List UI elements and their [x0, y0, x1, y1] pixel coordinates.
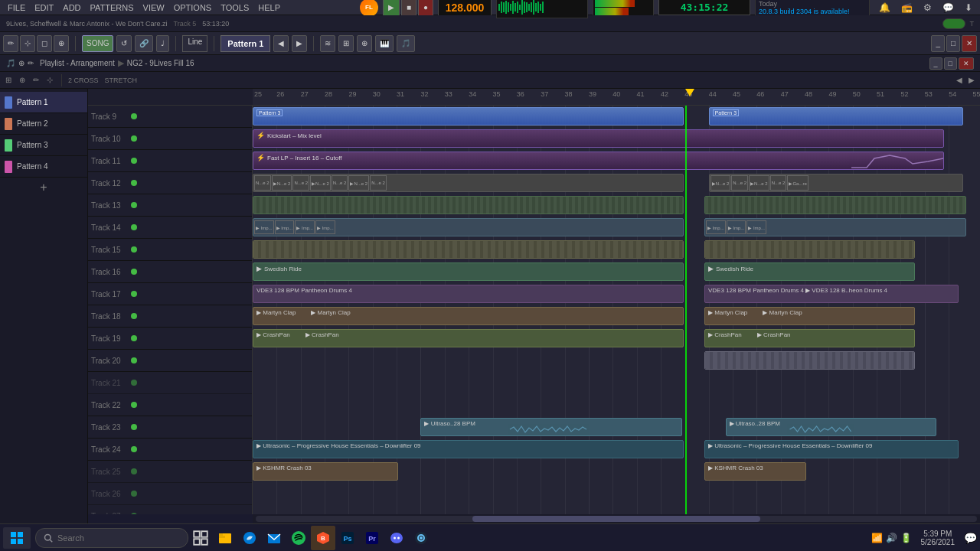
- pattern-item-3[interactable]: Pattern 3: [0, 135, 87, 156]
- taskbar-search-bar[interactable]: [35, 528, 188, 548]
- track-dot-25[interactable]: [131, 468, 137, 474]
- clip-track18-2[interactable]: ▶ Martyn Clap ▶ Martyn Clap: [704, 307, 916, 325]
- clip-track13-1[interactable]: [253, 196, 684, 214]
- clip-track11-1[interactable]: ⚡ Fast LP – Insert 16 – Cutoff: [253, 152, 944, 170]
- menu-edit[interactable]: EDIT: [30, 3, 58, 12]
- clip-track17-2[interactable]: VDE3 128 BPM Pantheon Drums 4 ▶ VDE3 128…: [704, 285, 959, 303]
- pattern-item-1[interactable]: Pattern 1: [0, 92, 87, 113]
- clip-track23-2[interactable]: ▶ Ultrasonic – Progressive House Essenti…: [704, 440, 959, 458]
- clip-track9-1[interactable]: Pattern 3: [253, 107, 684, 126]
- add-pattern-button[interactable]: +: [0, 178, 87, 197]
- track-dot-16[interactable]: [131, 269, 137, 275]
- taskbar-discord-icon[interactable]: [384, 526, 409, 550]
- clip-track24-2[interactable]: ▶ KSHMR Crash 03: [704, 462, 806, 481]
- menu-view[interactable]: VIEW: [139, 3, 169, 12]
- tray-volume-icon[interactable]: 🔊: [886, 533, 897, 543]
- mini-btn-4[interactable]: ⊹: [44, 75, 55, 85]
- clip-track10-1[interactable]: ⚡ Kickstart – Mix level: [253, 129, 944, 148]
- track-dot-15[interactable]: [131, 246, 137, 253]
- menu-file[interactable]: FILE: [3, 3, 30, 12]
- task-view-icon[interactable]: [188, 526, 213, 550]
- browser-btn[interactable]: 🎵: [397, 35, 415, 52]
- taskbar-time[interactable]: 5:39 PM 5/26/2021: [915, 530, 962, 546]
- taskbar-explorer-icon[interactable]: [213, 526, 237, 550]
- tray-notification-icon[interactable]: 💬: [964, 532, 977, 544]
- track-dot-17[interactable]: [131, 291, 137, 297]
- pattern-prev-btn[interactable]: ◀: [273, 35, 289, 52]
- stop-button[interactable]: ■: [401, 0, 416, 17]
- close-fl-btn[interactable]: ✕: [962, 35, 977, 52]
- playlist-maximize-btn[interactable]: □: [944, 57, 957, 70]
- h-scrollbar-thumb[interactable]: [472, 516, 761, 522]
- taskbar-ps-icon[interactable]: Ps: [335, 526, 360, 550]
- clip-track12-2[interactable]: ▶N...e 2 N...e 2 ▶N...e 2 N...e 2 ▶Ga...…: [709, 174, 964, 192]
- taskbar-steam-icon[interactable]: [409, 526, 433, 550]
- clip-track23-1[interactable]: ▶ Ultrasonic – Progressive House Essenti…: [253, 440, 684, 458]
- tray-network-icon[interactable]: 📶: [871, 533, 883, 543]
- track-dot-19[interactable]: [131, 335, 137, 341]
- zoom-tool[interactable]: ⊕: [54, 35, 69, 52]
- clip-track9-2[interactable]: Pattern 3: [709, 107, 964, 126]
- clip-track22-2[interactable]: ▶ Ultraso..28 BPM: [726, 418, 937, 436]
- taskbar-edge-icon[interactable]: [237, 526, 262, 550]
- mini-scroll-left[interactable]: ◀: [954, 75, 965, 85]
- clip-track24-1[interactable]: ▶ KSHMR Crash 03: [253, 462, 398, 481]
- taskbar-mail-icon[interactable]: [262, 526, 286, 550]
- clip-track15-2[interactable]: [704, 240, 916, 259]
- select-tool[interactable]: ⊹: [20, 35, 35, 52]
- pattern-item-2[interactable]: Pattern 2: [0, 113, 87, 135]
- mixer2-btn[interactable]: ⊞: [338, 35, 354, 52]
- track-dot-23[interactable]: [131, 424, 137, 430]
- menu-tools[interactable]: TOOLS: [216, 3, 253, 12]
- track-dot-27[interactable]: [131, 513, 137, 514]
- record-button[interactable]: ●: [418, 0, 433, 17]
- track-dot-24[interactable]: [131, 446, 137, 452]
- mini-btn-2[interactable]: ⊕: [17, 75, 28, 85]
- taskbar-premiere-icon[interactable]: Pr: [360, 526, 384, 550]
- menu-help[interactable]: HELP: [253, 3, 285, 12]
- track-dot-14[interactable]: [131, 224, 137, 230]
- erase-tool[interactable]: ◻: [37, 35, 52, 52]
- clips-panel[interactable]: Pattern 3 Pattern 3 ⚡ Kickstart – Mix le: [253, 106, 980, 514]
- clip-track13-2[interactable]: [704, 196, 966, 214]
- clip-track22-1[interactable]: ▶ Ultraso..28 BPM: [420, 418, 682, 436]
- menu-add[interactable]: ADD: [58, 3, 85, 12]
- track-dot-21[interactable]: [131, 380, 137, 386]
- play-button[interactable]: ▶: [383, 0, 400, 17]
- clip-track14-2[interactable]: ▶ Imp... ▶ Imp... ▶ Imp...: [704, 218, 966, 236]
- mixer-btn[interactable]: ≋: [320, 35, 335, 52]
- clip-track17-1[interactable]: VDE3 128 BPM Pantheon Drums 4: [253, 285, 684, 303]
- clip-track15-1[interactable]: [253, 240, 684, 259]
- maximize-fl-btn[interactable]: □: [946, 35, 960, 52]
- clip-track16-1[interactable]: ▶ Swedish Ride: [253, 262, 684, 281]
- track-dot-26[interactable]: [131, 491, 137, 497]
- clip-track16-2[interactable]: ▶ Swedish Ride: [704, 262, 916, 281]
- mini-scroll-right[interactable]: ▶: [966, 75, 977, 85]
- playlist-minimize-btn[interactable]: _: [929, 57, 942, 70]
- menu-options[interactable]: OPTIONS: [169, 3, 217, 12]
- pattern-item-4[interactable]: Pattern 4: [0, 156, 87, 178]
- clip-track19-1[interactable]: ▶ CrashPan ▶ CrashPan: [253, 329, 684, 347]
- track-dot-22[interactable]: [131, 402, 137, 408]
- track-dot-18[interactable]: [131, 313, 137, 319]
- song-mode-btn[interactable]: SONG: [82, 35, 113, 52]
- track-dot-9[interactable]: [131, 113, 137, 119]
- menu-patterns[interactable]: PATTERNS: [86, 3, 139, 12]
- track-dot-13[interactable]: [131, 202, 137, 208]
- pattern-next-btn[interactable]: ▶: [292, 35, 307, 52]
- clip-track20-1[interactable]: [704, 351, 916, 370]
- taskbar-spotify-icon[interactable]: [286, 526, 311, 550]
- h-scrollbar-track[interactable]: [256, 516, 977, 522]
- track-dot-11[interactable]: [131, 158, 137, 164]
- plugin-btn[interactable]: ⊕: [357, 35, 372, 52]
- taskbar-brave-icon[interactable]: B: [311, 526, 335, 550]
- mini-btn-3[interactable]: ✏: [31, 75, 41, 85]
- playlist-close-btn[interactable]: ✕: [959, 57, 974, 70]
- clip-track12-1[interactable]: N...e 2 ▶N...e 2 N...e 2 ▶N...e 2 N...e …: [253, 174, 684, 192]
- bpm-display[interactable]: 128.000: [438, 0, 492, 16]
- draw-tool[interactable]: ✏: [3, 35, 18, 52]
- minimize-fl-btn[interactable]: _: [931, 35, 945, 52]
- clip-track14-1[interactable]: ▶ Imp... ▶ Imp... ▶ Imp... ▶ Imp...: [253, 218, 684, 236]
- link-btn[interactable]: 🔗: [135, 35, 153, 52]
- track-dot-12[interactable]: [131, 180, 137, 186]
